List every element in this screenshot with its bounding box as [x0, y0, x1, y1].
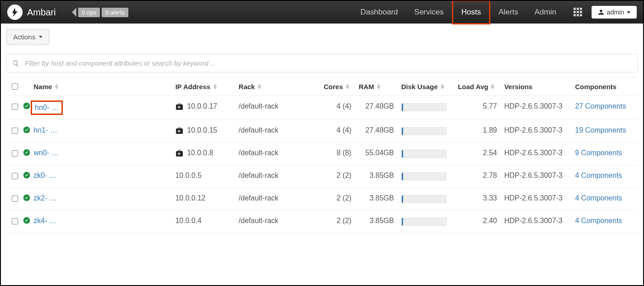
host-link[interactable]: wn0- …	[33, 149, 58, 157]
ram-value: 27.48GB	[366, 102, 394, 110]
apps-grid-icon[interactable]	[573, 8, 583, 17]
row-checkbox[interactable]	[12, 150, 18, 157]
nav-alerts[interactable]: Alerts	[490, 1, 526, 23]
load-value: 5.77	[483, 102, 497, 110]
sort-icon[interactable]	[491, 84, 494, 89]
cores-value: 2 (2)	[337, 217, 352, 224]
load-value: 2.78	[483, 172, 497, 179]
disk-usage-bar	[401, 127, 447, 135]
table-row: hn0- …10.0.0.17/default-rack4 (4)27.48GB…	[6, 96, 638, 120]
search-icon	[12, 60, 19, 67]
user-icon	[598, 9, 604, 15]
rack-value: /default-rack	[239, 126, 278, 134]
status-ok-icon	[23, 217, 30, 224]
ram-value: 55.04GB	[366, 149, 394, 157]
col-components-header[interactable]: Components	[575, 83, 617, 91]
ops-count-badge[interactable]: 0 ops	[78, 8, 100, 17]
row-checkbox[interactable]	[12, 128, 18, 134]
rack-value: /default-rack	[239, 102, 278, 110]
components-link[interactable]: 4 Components	[575, 217, 622, 224]
alerts-count-badge[interactable]: 0 alerts	[102, 8, 128, 17]
row-checkbox[interactable]	[12, 173, 18, 179]
components-link[interactable]: 9 Components	[575, 149, 622, 157]
rack-value: /default-rack	[239, 194, 278, 202]
load-value: 2.40	[483, 217, 497, 224]
nav-dashboard[interactable]: Dashboard	[352, 1, 406, 23]
row-checkbox[interactable]	[12, 218, 18, 224]
ram-value: 27.48GB	[366, 126, 394, 134]
host-link[interactable]: zk0- …	[33, 172, 56, 179]
cores-value: 2 (2)	[337, 172, 352, 179]
cores-value: 4 (4)	[337, 102, 352, 110]
sort-icon[interactable]	[258, 84, 261, 89]
col-ip-header[interactable]: IP Address	[175, 83, 211, 91]
load-value: 2.54	[483, 149, 497, 157]
select-all-checkbox[interactable]	[12, 83, 18, 90]
maintenance-icon	[175, 103, 183, 111]
host-link[interactable]: zk4- …	[33, 217, 56, 224]
nav-services[interactable]: Services	[406, 1, 452, 23]
host-link[interactable]: hn1- …	[33, 126, 57, 134]
filter-input[interactable]	[24, 59, 632, 67]
version-value: HDP-2.6.5.3007-3	[504, 194, 563, 202]
components-link[interactable]: 19 Components	[575, 126, 626, 134]
row-checkbox[interactable]	[12, 104, 18, 110]
brand-logo[interactable]	[7, 5, 23, 20]
rack-value: /default-rack	[239, 149, 278, 157]
disk-usage-bar	[401, 103, 447, 111]
nav-admin[interactable]: Admin	[526, 1, 564, 23]
components-link[interactable]: 4 Components	[575, 194, 622, 202]
version-value: HDP-2.6.5.3007-3	[504, 126, 563, 134]
col-disk-header[interactable]: Disk Usage	[401, 83, 438, 91]
maintenance-icon	[175, 127, 183, 135]
col-load-header[interactable]: Load Avg	[458, 83, 488, 91]
col-rack-header[interactable]: Rack	[239, 83, 255, 91]
rack-value: /default-rack	[239, 172, 278, 179]
ram-value: 3.85GB	[369, 172, 394, 179]
caret-down-icon	[39, 36, 42, 38]
status-ok-icon	[23, 194, 30, 201]
filter-bar[interactable]	[6, 54, 638, 72]
sort-icon[interactable]	[55, 84, 58, 89]
status-ok-icon	[23, 149, 30, 156]
sort-icon[interactable]	[213, 84, 217, 89]
version-value: HDP-2.6.5.3007-3	[504, 149, 563, 157]
table-row: zk4- …10.0.0.4/default-rack2 (2)3.85GB2.…	[6, 210, 638, 233]
user-menu-label: admin	[607, 9, 624, 16]
sort-icon[interactable]	[377, 84, 381, 89]
rack-value: /default-rack	[239, 217, 278, 224]
col-versions-header[interactable]: Versions	[504, 83, 533, 91]
table-row: zk2- …10.0.0.12/default-rack2 (2)3.85GB3…	[6, 188, 638, 210]
host-link[interactable]: zk2- …	[33, 194, 56, 202]
caret-down-icon	[627, 11, 630, 14]
cores-value: 2 (2)	[337, 194, 352, 202]
navbar: Ambari 0 ops 0 alerts Dashboard Services…	[1, 1, 643, 24]
ambari-icon	[9, 7, 20, 18]
col-ram-header[interactable]: RAM	[359, 83, 374, 91]
version-value: HDP-2.6.5.3007-3	[504, 217, 563, 224]
ip-address: 10.0.0.17	[187, 102, 217, 110]
version-value: HDP-2.6.5.3007-3	[504, 102, 563, 110]
nav-hosts[interactable]: Hosts	[452, 0, 490, 24]
table-row: wn0- …10.0.0.8/default-rack8 (8)55.04GB2…	[6, 143, 638, 165]
cores-value: 4 (4)	[337, 126, 352, 134]
ram-value: 3.85GB	[369, 217, 394, 224]
row-checkbox[interactable]	[12, 195, 18, 202]
brand-name[interactable]: Ambari	[27, 7, 56, 18]
components-link[interactable]: 27 Components	[575, 102, 626, 110]
status-ok-icon	[23, 102, 30, 110]
version-value: HDP-2.6.5.3007-3	[504, 172, 563, 179]
host-link[interactable]: hn0- …	[31, 100, 62, 115]
user-menu-button[interactable]: admin	[592, 6, 637, 19]
sort-icon[interactable]	[441, 84, 444, 89]
components-link[interactable]: 4 Components	[575, 172, 622, 179]
col-cores-header[interactable]: Cores	[324, 83, 343, 91]
disk-usage-bar	[401, 218, 447, 226]
ip-address: 10.0.0.15	[187, 126, 217, 134]
col-name-header[interactable]: Name	[33, 83, 52, 91]
ip-address: 10.0.0.12	[175, 194, 206, 202]
sort-icon[interactable]	[346, 84, 349, 89]
status-ok-icon	[23, 172, 30, 179]
actions-button[interactable]: Actions	[6, 29, 49, 45]
table-row: zk0- …10.0.0.5/default-rack2 (2)3.85GB2.…	[6, 165, 638, 188]
